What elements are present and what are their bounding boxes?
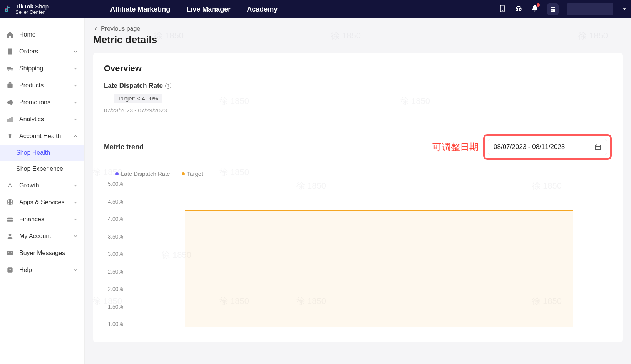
date-picker-value: 08/07/2023 - 08/11/2023 (494, 143, 590, 151)
store-avatar-button[interactable] (547, 3, 559, 15)
metric-value: – (104, 94, 108, 103)
metric-name-row: Late Dispatch Rate ? (104, 82, 612, 90)
trend-heading: Metric trend (104, 143, 144, 151)
svg-point-8 (9, 183, 11, 185)
headset-icon (515, 5, 522, 12)
y-tick: 1.00% (108, 321, 123, 327)
sidebar-item-finances[interactable]: Finances (0, 211, 84, 228)
y-tick: 2.50% (108, 269, 123, 275)
chevron-down-icon (73, 267, 78, 273)
sidebar-label: Buyer Messages (19, 250, 78, 257)
apps-icon (6, 199, 14, 206)
svg-rect-5 (9, 118, 10, 122)
brand-logo-area[interactable]: TikTok Shop Seller Center (0, 3, 60, 15)
sidebar-subitem-shop-experience[interactable]: Shop Experience (16, 161, 84, 177)
analytics-icon (6, 115, 14, 123)
sidebar-item-account-health[interactable]: Account Health (0, 128, 84, 145)
y-tick: 2.00% (108, 286, 123, 292)
breadcrumb-previous[interactable]: Previous page (93, 25, 623, 32)
orders-icon (6, 48, 14, 55)
legend-label: Late Dispatch Rate (121, 170, 170, 177)
target-fill-area (185, 210, 573, 327)
chevron-left-icon (93, 26, 99, 32)
topnav-live-manager[interactable]: Live Manager (186, 5, 231, 13)
svg-point-16 (8, 252, 9, 253)
chart-legend: Late Dispatch Rate Target (115, 170, 612, 177)
topnav-academy[interactable]: Academy (247, 5, 278, 13)
sidebar-label: Products (19, 82, 73, 89)
svg-point-10 (11, 186, 12, 187)
chevron-down-icon (73, 200, 78, 205)
calendar-icon (594, 144, 601, 150)
svg-point-14 (9, 234, 12, 236)
sidebar-item-products[interactable]: Products (0, 77, 84, 94)
y-tick: 1.50% (108, 304, 123, 310)
trend-header: Metric trend 可调整日期 08/07/2023 - 08/11/20… (104, 134, 612, 160)
notifications-button[interactable] (531, 5, 539, 14)
svg-rect-13 (7, 219, 13, 220)
sidebar-label: Apps & Services (19, 199, 73, 206)
svg-rect-6 (11, 117, 12, 122)
metric-name: Late Dispatch Rate (104, 82, 163, 90)
main-content: 徐 1850 徐 1850 徐 1850 徐 1850 徐 1850 徐 185… (85, 18, 631, 364)
legend-label: Target (187, 170, 203, 177)
chevron-down-icon (73, 234, 78, 239)
y-tick: 3.00% (108, 251, 123, 257)
tiktok-logo-icon (4, 5, 12, 13)
top-navigation: Affiliate Marketing Live Manager Academy (60, 5, 278, 13)
brand-text: TikTok Shop Seller Center (15, 3, 49, 15)
info-icon[interactable]: ? (165, 83, 171, 89)
y-tick: 5.00% (108, 181, 123, 187)
sidebar-item-apps-services[interactable]: Apps & Services (0, 194, 84, 211)
overview-heading: Overview (104, 63, 612, 73)
y-tick: 3.50% (108, 234, 123, 240)
sidebar-item-buyer-messages[interactable]: Buyer Messages (0, 245, 84, 262)
sidebar-item-shipping[interactable]: Shipping (0, 60, 84, 77)
sidebar-label: Account Health (19, 133, 73, 140)
sidebar-item-my-account[interactable]: My Account (0, 228, 84, 245)
sidebar-label: My Account (19, 233, 73, 240)
chevron-down-icon (73, 49, 78, 54)
svg-rect-4 (7, 119, 8, 122)
svg-rect-3 (7, 84, 12, 88)
chart-plot-area (127, 181, 612, 327)
sidebar-item-home[interactable]: Home (0, 26, 84, 43)
sidebar-label: Home (19, 31, 78, 38)
metric-value-row: – Target: < 4.00% (104, 94, 612, 103)
sidebar-item-growth[interactable]: Growth (0, 177, 84, 194)
sidebar-label: Promotions (19, 99, 73, 106)
chevron-down-icon (622, 7, 627, 12)
date-range-picker[interactable]: 08/07/2023 - 08/11/2023 (488, 139, 607, 155)
sidebar-item-help[interactable]: ? Help (0, 262, 84, 279)
svg-point-17 (10, 252, 10, 253)
chevron-down-icon (73, 66, 78, 71)
legend-late-dispatch-rate[interactable]: Late Dispatch Rate (115, 170, 170, 177)
sidebar-item-analytics[interactable]: Analytics (0, 111, 84, 128)
svg-rect-21 (595, 145, 601, 150)
shipping-icon (6, 65, 14, 72)
page-title: Metric details (93, 34, 623, 46)
sidebar-label: Finances (19, 216, 73, 223)
products-icon (6, 82, 14, 89)
legend-dot-icon (115, 172, 119, 175)
legend-target[interactable]: Target (182, 170, 203, 177)
chart: 5.00% 4.50% 4.00% 3.50% 3.00% 2.50% 2.00… (104, 181, 612, 327)
svg-text:?: ? (8, 267, 11, 272)
target-line (185, 210, 573, 211)
topnav-affiliate-marketing[interactable]: Affiliate Marketing (110, 5, 170, 13)
legend-dot-icon (182, 172, 185, 175)
messages-icon (6, 249, 14, 257)
notification-badge (537, 3, 540, 7)
support-icon-button[interactable] (515, 5, 522, 14)
store-icon (550, 6, 556, 12)
mobile-icon-button[interactable] (499, 5, 506, 14)
date-picker-highlight-box: 08/07/2023 - 08/11/2023 (483, 134, 612, 160)
topbar: TikTok Shop Seller Center Affiliate Mark… (0, 0, 631, 18)
sidebar-subitem-shop-health[interactable]: Shop Health (0, 145, 84, 161)
sidebar-item-orders[interactable]: Orders (0, 43, 84, 60)
chevron-down-icon (73, 217, 78, 222)
help-icon: ? (6, 266, 14, 274)
sidebar-submenu-account-health: Shop Health Shop Experience (0, 145, 84, 177)
profile-menu[interactable] (567, 3, 613, 15)
sidebar-item-promotions[interactable]: Promotions (0, 94, 84, 111)
